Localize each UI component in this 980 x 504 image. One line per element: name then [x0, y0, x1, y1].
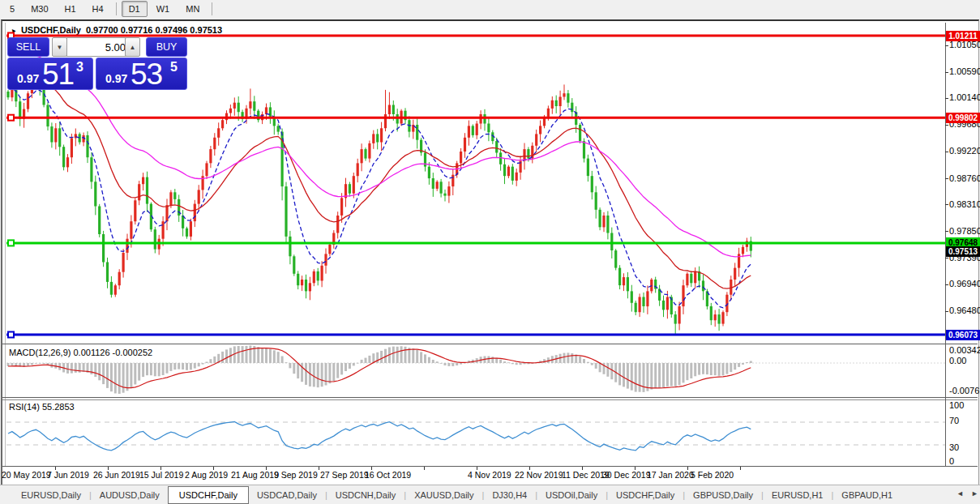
- macd-histogram-bar: [742, 363, 744, 365]
- hline-handle-0.96073[interactable]: [8, 332, 14, 338]
- hline-handle-0.97648[interactable]: [8, 240, 14, 246]
- candle-body: [559, 97, 562, 107]
- macd-histogram-bar: [182, 363, 184, 369]
- date-tick-mark: [160, 467, 161, 470]
- candle-body: [451, 175, 454, 186]
- tab-dj30-h4[interactable]: DJ30,H4: [484, 487, 535, 503]
- macd-histogram-bar: [408, 348, 410, 363]
- sell-button[interactable]: SELL: [7, 37, 49, 57]
- macd-histogram-bar: [627, 363, 629, 389]
- tab-scroll-left-icon[interactable]: ◄: [956, 489, 964, 498]
- candle-body: [468, 126, 470, 137]
- macd-histogram-bar: [583, 359, 585, 363]
- pane-separator[interactable]: [2, 397, 978, 398]
- candle-body: [293, 256, 295, 274]
- macd-histogram-bar: [246, 346, 248, 363]
- volume-input[interactable]: [66, 37, 131, 57]
- candle-body: [464, 138, 466, 152]
- tf-button-MN[interactable]: MN: [178, 1, 207, 17]
- macd-histogram-bar: [718, 363, 721, 376]
- candle-body: [58, 128, 61, 147]
- tab-scroll-right-icon[interactable]: ►: [971, 489, 978, 498]
- tf-button-D1[interactable]: D1: [122, 1, 148, 17]
- tf-button-M30[interactable]: M30: [24, 1, 55, 17]
- candle-body: [436, 182, 439, 189]
- macd-histogram-bar: [340, 363, 343, 374]
- tf-button-W1[interactable]: W1: [149, 1, 178, 17]
- date-tick-mark: [424, 467, 425, 470]
- rsi-indicator-pane[interactable]: [6, 400, 945, 466]
- macd-histogram-bar: [404, 347, 407, 363]
- volume-decrease-button[interactable]: ▼: [52, 37, 67, 57]
- macd-histogram-bar: [154, 363, 156, 376]
- date-label: 4 Nov 2019: [468, 470, 511, 480]
- macd-histogram-bar: [325, 363, 327, 386]
- macd-histogram-bar: [714, 363, 717, 375]
- macd-histogram-bar: [305, 363, 307, 385]
- macd-histogram-bar: [643, 363, 645, 392]
- buy-button[interactable]: BUY: [146, 37, 187, 57]
- macd-histogram-bar: [261, 348, 263, 363]
- tf-button-5[interactable]: 5: [2, 1, 22, 17]
- macd-histogram-bar: [507, 362, 510, 363]
- tf-button-H4[interactable]: H4: [85, 1, 111, 17]
- price-tick-label: 0.96940: [949, 279, 980, 288]
- macd-histogram-bar: [66, 363, 69, 374]
- macd-histogram-bar: [722, 363, 725, 375]
- tf-button-H1[interactable]: H1: [58, 1, 83, 17]
- macd-histogram-bar: [595, 363, 597, 369]
- price-tick-mark: [945, 125, 948, 126]
- tab-usdchf-daily[interactable]: USDCHF,Daily: [608, 487, 683, 503]
- sell-price-button[interactable]: 0.97 51 3: [7, 58, 93, 90]
- candle-body: [499, 152, 502, 164]
- macd-histogram-bar: [491, 357, 494, 363]
- macd-histogram-bar: [213, 357, 216, 363]
- hline-handle-0.99802[interactable]: [8, 115, 14, 121]
- tab-usdcad-daily[interactable]: USDCAD,Daily: [249, 487, 325, 503]
- macd-histogram-bar: [710, 363, 713, 375]
- tab-gbpaud-h1[interactable]: GBPAUD,H1: [833, 487, 901, 503]
- volume-increase-button[interactable]: ▲: [125, 37, 140, 57]
- macd-histogram-bar: [344, 363, 347, 371]
- candle-body: [102, 234, 105, 263]
- macd-histogram-bar: [678, 363, 681, 385]
- candle-body: [511, 167, 514, 181]
- macd-histogram-bar: [27, 363, 29, 366]
- candle-body: [388, 105, 391, 115]
- candle-body: [694, 271, 696, 283]
- tab-gbpusd-daily[interactable]: GBPUSD,Daily: [685, 487, 761, 503]
- date-tick-mark: [740, 467, 741, 470]
- candle-body: [90, 157, 92, 182]
- candle-body: [233, 103, 236, 109]
- macd-histogram-bar: [173, 363, 176, 369]
- tab-usdoil-daily[interactable]: USDOil,Daily: [537, 487, 606, 503]
- candle-body: [674, 314, 677, 324]
- rsi-tick-label: 100: [949, 400, 964, 410]
- date-tick-mark: [371, 467, 372, 470]
- macd-histogram-bar: [738, 363, 740, 367]
- tab-eurusd-h1[interactable]: EURUSD,H1: [764, 487, 832, 503]
- macd-histogram-bar: [706, 363, 708, 374]
- tab-xauusd-daily[interactable]: XAUUSD,Daily: [406, 487, 481, 503]
- candle-body: [507, 167, 510, 177]
- macd-histogram-bar: [169, 363, 172, 371]
- buy-price-button[interactable]: 0.97 53 5: [96, 58, 187, 90]
- candle-body: [610, 233, 613, 251]
- tab-usdchf-daily[interactable]: USDCHF,Daily: [168, 486, 249, 504]
- tab-eurusd-daily[interactable]: EURUSD,Daily: [13, 487, 89, 503]
- candle-body: [309, 283, 311, 291]
- macd-histogram-bar: [456, 363, 458, 365]
- tab-usdcnh-daily[interactable]: USDCNH,Daily: [327, 487, 404, 503]
- candle-body: [416, 125, 418, 140]
- candle-body: [571, 103, 573, 113]
- tab-audusd-daily[interactable]: AUDUSD,Daily: [92, 487, 168, 503]
- candle-body: [317, 271, 319, 281]
- macd-histogram-bar: [194, 363, 196, 369]
- date-label: 7 Jun 2019: [47, 470, 89, 480]
- toolbar-separator: [116, 2, 117, 15]
- candle-body: [642, 297, 644, 307]
- price-tick-label: 1.00140: [949, 92, 980, 102]
- candle-body: [209, 149, 212, 163]
- macd-histogram-bar: [487, 357, 490, 364]
- price-tick-mark: [945, 98, 948, 99]
